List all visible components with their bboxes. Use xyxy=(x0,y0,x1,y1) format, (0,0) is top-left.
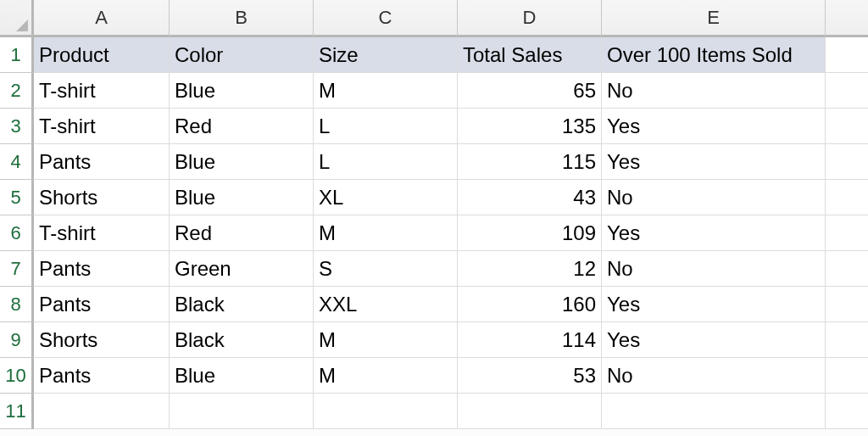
cell-c4[interactable]: L xyxy=(314,144,458,180)
cell-b9[interactable]: Black xyxy=(170,322,314,358)
cell-c8[interactable]: XXL xyxy=(314,287,458,322)
row-header-3[interactable]: 3 xyxy=(0,109,34,144)
row-header-10[interactable]: 10 xyxy=(0,358,34,394)
cell-c7[interactable]: S xyxy=(314,251,458,287)
row-header-4[interactable]: 4 xyxy=(0,144,34,180)
cell-c11[interactable] xyxy=(314,394,458,429)
cell-d9[interactable]: 114 xyxy=(458,322,602,358)
cell-rest[interactable] xyxy=(826,73,868,109)
col-header-a[interactable]: A xyxy=(34,0,170,37)
cell-b1[interactable]: Color xyxy=(170,37,314,73)
cell-c5[interactable]: XL xyxy=(314,180,458,215)
cell-e9[interactable]: Yes xyxy=(602,322,826,358)
row-header-11[interactable]: 11 xyxy=(0,394,34,429)
col-header-rest xyxy=(826,0,868,37)
cell-b4[interactable]: Blue xyxy=(170,144,314,180)
cell-rest[interactable] xyxy=(826,358,868,394)
cell-c1[interactable]: Size xyxy=(314,37,458,73)
col-header-e[interactable]: E xyxy=(602,0,826,37)
table-row: 2 T-shirt Blue M 65 No xyxy=(0,73,868,109)
cell-b10[interactable]: Blue xyxy=(170,358,314,394)
row-header-9[interactable]: 9 xyxy=(0,322,34,358)
row-header-5[interactable]: 5 xyxy=(0,180,34,215)
row-header-2[interactable]: 2 xyxy=(0,73,34,109)
cell-d8[interactable]: 160 xyxy=(458,287,602,322)
table-row: 9 Shorts Black M 114 Yes xyxy=(0,322,868,358)
cell-a6[interactable]: T-shirt xyxy=(34,215,170,251)
cell-rest[interactable] xyxy=(826,180,868,215)
cell-d4[interactable]: 115 xyxy=(458,144,602,180)
cell-a11[interactable] xyxy=(34,394,170,429)
row-header-1[interactable]: 1 xyxy=(0,37,34,73)
cell-e10[interactable]: No xyxy=(602,358,826,394)
cell-b11[interactable] xyxy=(170,394,314,429)
cell-d6[interactable]: 109 xyxy=(458,215,602,251)
cell-rest[interactable] xyxy=(826,322,868,358)
table-row: 1 Product Color Size Total Sales Over 10… xyxy=(0,37,868,73)
cell-d1[interactable]: Total Sales xyxy=(458,37,602,73)
table-row: 11 xyxy=(0,394,868,429)
table-row: 3 T-shirt Red L 135 Yes xyxy=(0,109,868,144)
cell-d11[interactable] xyxy=(458,394,602,429)
cell-e4[interactable]: Yes xyxy=(602,144,826,180)
cell-c3[interactable]: L xyxy=(314,109,458,144)
cell-rest[interactable] xyxy=(826,37,868,73)
cell-c2[interactable]: M xyxy=(314,73,458,109)
cell-rest[interactable] xyxy=(826,251,868,287)
cell-a2[interactable]: T-shirt xyxy=(34,73,170,109)
cell-e11[interactable] xyxy=(602,394,826,429)
cell-b2[interactable]: Blue xyxy=(170,73,314,109)
column-header-row: A B C D E xyxy=(0,0,868,37)
table-row: 10 Pants Blue M 53 No xyxy=(0,358,868,394)
row-header-7[interactable]: 7 xyxy=(0,251,34,287)
cell-d10[interactable]: 53 xyxy=(458,358,602,394)
cell-rest[interactable] xyxy=(826,394,868,429)
col-header-d[interactable]: D xyxy=(458,0,602,37)
table-row: 8 Pants Black XXL 160 Yes xyxy=(0,287,868,322)
cell-b8[interactable]: Black xyxy=(170,287,314,322)
cell-a8[interactable]: Pants xyxy=(34,287,170,322)
cell-e7[interactable]: No xyxy=(602,251,826,287)
row-header-8[interactable]: 8 xyxy=(0,287,34,322)
cell-c6[interactable]: M xyxy=(314,215,458,251)
cell-rest[interactable] xyxy=(826,215,868,251)
cell-b3[interactable]: Red xyxy=(170,109,314,144)
cell-e6[interactable]: Yes xyxy=(602,215,826,251)
cell-e1[interactable]: Over 100 Items Sold xyxy=(602,37,826,73)
cell-e2[interactable]: No xyxy=(602,73,826,109)
table-row: 7 Pants Green S 12 No xyxy=(0,251,868,287)
cell-rest[interactable] xyxy=(826,109,868,144)
cell-d2[interactable]: 65 xyxy=(458,73,602,109)
cell-b7[interactable]: Green xyxy=(170,251,314,287)
cell-rest[interactable] xyxy=(826,144,868,180)
cell-rest[interactable] xyxy=(826,287,868,322)
select-all-corner[interactable] xyxy=(0,0,34,37)
cell-a1[interactable]: Product xyxy=(34,37,170,73)
cell-e5[interactable]: No xyxy=(602,180,826,215)
cell-a3[interactable]: T-shirt xyxy=(34,109,170,144)
row-header-6[interactable]: 6 xyxy=(0,215,34,251)
cell-e8[interactable]: Yes xyxy=(602,287,826,322)
cell-c9[interactable]: M xyxy=(314,322,458,358)
col-header-c[interactable]: C xyxy=(314,0,458,37)
cell-c10[interactable]: M xyxy=(314,358,458,394)
cell-a10[interactable]: Pants xyxy=(34,358,170,394)
spreadsheet-sheet: A B C D E 1 Product Color Size Total Sal… xyxy=(0,0,868,429)
cell-d5[interactable]: 43 xyxy=(458,180,602,215)
cell-a5[interactable]: Shorts xyxy=(34,180,170,215)
cell-d3[interactable]: 135 xyxy=(458,109,602,144)
cell-a4[interactable]: Pants xyxy=(34,144,170,180)
cell-b5[interactable]: Blue xyxy=(170,180,314,215)
table-row: 4 Pants Blue L 115 Yes xyxy=(0,144,868,180)
cell-a9[interactable]: Shorts xyxy=(34,322,170,358)
col-header-b[interactable]: B xyxy=(170,0,314,37)
cell-d7[interactable]: 12 xyxy=(458,251,602,287)
table-row: 5 Shorts Blue XL 43 No xyxy=(0,180,868,215)
cell-e3[interactable]: Yes xyxy=(602,109,826,144)
cell-a7[interactable]: Pants xyxy=(34,251,170,287)
table-row: 6 T-shirt Red M 109 Yes xyxy=(0,215,868,251)
cell-b6[interactable]: Red xyxy=(170,215,314,251)
